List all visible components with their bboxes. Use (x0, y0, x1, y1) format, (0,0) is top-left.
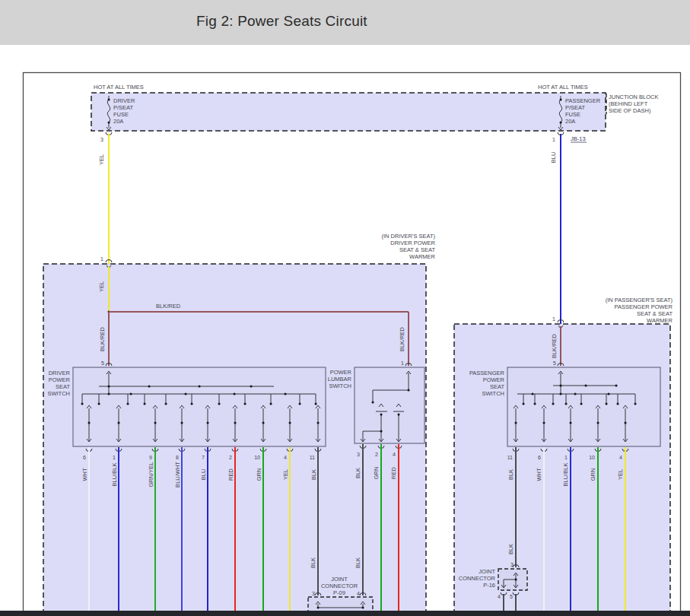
driver-seat-assembly: (IN DRIVER'S SEAT) DRIVER POWER SEAT & S… (43, 233, 436, 616)
pin-number: 9 (149, 455, 152, 460)
pin-number: 5 (553, 360, 556, 366)
area-label-line: WARMER (647, 317, 673, 324)
pin-number: 5 (510, 594, 513, 599)
wire-label: BLK (355, 557, 361, 568)
figure-title: Fig 2: Power Seats Circuit (196, 13, 367, 30)
fuse-label: 20A (565, 118, 575, 125)
fuse-label: FUSE (565, 111, 580, 118)
area-label-line: PASSENGER POWER (614, 303, 673, 310)
switch-name-line: SWITCH (482, 390, 504, 397)
pin-number: 4 (284, 455, 287, 460)
bottom-window-edge (0, 611, 690, 616)
switch-name-line: SWITCH (329, 383, 351, 389)
fuse-label: 20A (113, 118, 123, 125)
wire-label: YEL (282, 469, 289, 480)
wire-label: BLK (507, 544, 514, 554)
pin-number: 5 (101, 360, 104, 366)
wire-label-blu: BLU (550, 152, 557, 164)
area-label-line: (IN DRIVER'S SEAT) (382, 233, 436, 240)
switch-name-line: POWER (49, 376, 71, 383)
wire-label-blkred: BLK/RED (99, 326, 106, 351)
wire-label: GRN (590, 468, 596, 481)
wire-label-blkred: BLK/RED (399, 326, 405, 351)
junction-label-line: SIDE OF DASH) (609, 107, 651, 114)
pin-number: 3 (100, 137, 103, 142)
pin-number: 2 (229, 455, 232, 460)
wire-label: WHT (536, 468, 542, 481)
wire-label: BLK (507, 469, 514, 480)
wire-label: GRN (373, 467, 380, 480)
pin-number: 10 (589, 455, 595, 460)
pin-number: 4 (393, 452, 396, 457)
wire-label-blkred: BLK/RED (156, 303, 181, 310)
wire-label: BLU/BLK (562, 463, 569, 487)
area-label-line: (IN PASSENGER'S SEAT) (606, 297, 673, 303)
pin-number: 1 (113, 455, 116, 460)
switch-name-line: LUMBAR (328, 376, 352, 383)
pin-number: 10 (254, 455, 260, 460)
area-label-line: SEAT & SEAT (399, 246, 436, 253)
junction-block-label: JUNCTION BLOCK (BEHIND LEFT SIDE OF DASH… (606, 94, 658, 114)
fuse-label: DRIVER (113, 97, 135, 104)
wire-label: BLU/WHT (174, 462, 181, 487)
pin-number: 1 (564, 455, 568, 460)
switch-name-line: SWITCH (47, 390, 70, 397)
passenger-area-label: (IN PASSENGER'S SEAT) PASSENGER POWER SE… (606, 297, 673, 324)
area-label-line: WARMER (409, 253, 435, 260)
wire-label: WHT (81, 468, 88, 481)
jc-label-line: JOINT (479, 568, 495, 575)
driver-area-label: (IN DRIVER'S SEAT) DRIVER POWER SEAT & S… (382, 233, 436, 260)
pin-number: 8 (176, 455, 179, 460)
wire-label: BLK (355, 468, 361, 478)
switch-name-line: SEAT (56, 383, 70, 390)
junction-block: HOT AT ALL TIMES HOT AT ALL TIMES JUNCTI… (91, 84, 658, 142)
pin-number: 11 (310, 455, 315, 460)
wire-label: BLU (200, 469, 207, 481)
pin-number: 7 (202, 455, 205, 460)
switch-box (355, 367, 424, 443)
fuse-label: FUSE (113, 111, 129, 118)
pin-number: 1 (100, 256, 103, 262)
pin-number: 11 (507, 455, 513, 460)
fuse-label: P/SEAT (113, 104, 134, 111)
pin-number: 4 (498, 594, 501, 599)
area-label-line: SEAT & SEAT (637, 310, 673, 317)
switch-name-line: POWER (483, 376, 505, 383)
wire-label: BLU/BLK (111, 463, 118, 487)
junction-label-line: JUNCTION BLOCK (609, 94, 658, 100)
switch-name-line: SEAT (490, 383, 504, 390)
switch-name-line: POWER (330, 369, 352, 376)
pin-number: 3 (357, 452, 360, 457)
area-label-line: DRIVER POWER (390, 240, 435, 246)
switch-name-line: DRIVER (49, 370, 71, 376)
wire-label-blkred: BLK/RED (551, 333, 558, 358)
pin-number: 4 (619, 455, 622, 460)
jc-label-line: P-09 (333, 589, 345, 596)
wire-label: GRN/YEL (148, 462, 154, 487)
fuse-label: PASSENGER (565, 97, 601, 104)
wire-label-yel: YEL (98, 281, 105, 292)
pin-number: 1 (552, 137, 555, 142)
figure-title-bar: Fig 2: Power Seats Circuit (0, 0, 690, 45)
wire-label: RED (227, 468, 234, 481)
junction-block-box (91, 93, 606, 131)
wire-label: BLK (310, 469, 317, 480)
hot-at-all-times-right: HOT AT ALL TIMES (538, 84, 588, 90)
pin-number: 6 (83, 455, 86, 460)
pin-number: 2 (375, 452, 378, 457)
wiring-diagram: HOT AT ALL TIMES HOT AT ALL TIMES JUNCTI… (0, 45, 690, 611)
fuse-label: P/SEAT (565, 104, 586, 111)
pin-number: 4 (357, 591, 360, 596)
jc-label-line: P-16 (483, 582, 495, 589)
jc-label-line: JOINT (331, 576, 348, 583)
pin-number: 3 (312, 591, 315, 596)
wire-label-yel: YEL (98, 154, 105, 165)
wire-label: GRN (256, 468, 262, 481)
switch-box (73, 367, 326, 446)
wire-label: YEL (617, 469, 624, 480)
junction-label-line: (BEHIND LEFT (609, 100, 648, 107)
pin-number: 1 (552, 316, 555, 322)
diagram-svg: HOT AT ALL TIMES HOT AT ALL TIMES JUNCTI… (0, 45, 690, 616)
jb-13-link[interactable]: JB-13 (571, 135, 586, 142)
switch-box (507, 367, 660, 446)
